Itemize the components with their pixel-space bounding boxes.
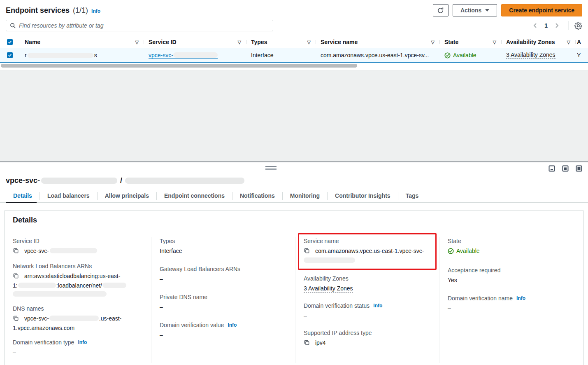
panel-size-small-icon[interactable]	[548, 165, 555, 172]
actions-button[interactable]: Actions	[453, 4, 497, 16]
search-icon	[10, 23, 16, 29]
column-label: Service ID	[149, 39, 177, 45]
details-column-1: Service ID vpce-svc- Network Load Balanc…	[5, 237, 151, 363]
filter-icon[interactable]: ▽	[235, 40, 241, 45]
field-domain-verification-value: Domain verification value Info –	[160, 321, 287, 339]
filter-icon[interactable]: ▽	[304, 40, 311, 45]
select-all-checkbox[interactable]	[7, 39, 13, 45]
filter-row: 1	[0, 16, 588, 31]
field-label-text: Gateway Load Balancers ARNs	[160, 265, 240, 273]
field-label-text: Network Load Balancers ARNs	[13, 262, 92, 270]
info-link[interactable]: Info	[373, 302, 382, 310]
info-link[interactable]: Info	[228, 321, 237, 329]
tab-tags[interactable]: Tags	[398, 190, 426, 203]
column-header-name[interactable]: Name ▽	[20, 39, 144, 45]
filter-icon[interactable]: ▽	[564, 40, 570, 45]
check-circle-icon	[444, 52, 451, 58]
info-link[interactable]: Info	[78, 339, 87, 346]
redacted-name	[125, 178, 244, 184]
table-header-row: Name ▽ Service ID ▽ Types ▽ Service name…	[0, 36, 588, 48]
service-id-text: vpce-svc-	[149, 52, 173, 58]
cell-service-name: com.amazonaws.vpce.us-east-1.vpce-sv...	[316, 52, 439, 58]
field-availability-zones: Availability Zones 3 Availability Zones	[304, 275, 431, 293]
state-text: Available	[453, 52, 476, 58]
column-header-types[interactable]: Types ▽	[246, 39, 316, 45]
preferences-button[interactable]	[574, 22, 582, 30]
pagination: 1	[530, 21, 582, 30]
column-header-acceptance[interactable]: A	[575, 39, 588, 45]
details-card: Details Service ID vpce-svc- Network Loa…	[4, 210, 584, 365]
redacted-value	[18, 283, 56, 288]
filter-icon[interactable]: ▽	[428, 40, 435, 45]
scrollbar-thumb[interactable]	[1, 64, 357, 68]
service-id-value: vpce-svc-	[24, 248, 49, 254]
toolbar: Endpoint services (1/1) Info Actions Cre…	[0, 0, 588, 16]
column-label: Service name	[321, 39, 358, 45]
redacted-value	[49, 316, 99, 321]
panel-tabs: Details Load balancers Allow principals …	[0, 190, 588, 203]
service-id-link[interactable]: vpce-svc-	[149, 52, 218, 59]
copy-icon[interactable]	[13, 248, 21, 255]
copy-icon[interactable]	[13, 274, 21, 280]
field-label-text: Service ID	[13, 237, 40, 245]
table-row[interactable]: rs vpce-svc- Interface com.amazonaws.vpc…	[0, 48, 588, 63]
availability-zones-popover-trigger[interactable]: 3 Availability Zones	[304, 285, 353, 292]
empty-value: –	[160, 303, 287, 311]
previous-page-button[interactable]	[530, 21, 541, 30]
info-link[interactable]: Info	[91, 8, 100, 14]
tab-contributor-insights[interactable]: Contributor Insights	[328, 190, 398, 203]
acceptance-text: Y	[577, 52, 581, 58]
details-column-4: State Available Acceptance required Yes	[439, 237, 583, 363]
column-header-availability-zones[interactable]: Availability Zones ▽	[501, 39, 575, 45]
copy-icon[interactable]	[304, 248, 311, 255]
details-split-panel: vpce-svc- / Details Load balancers Allow…	[0, 161, 588, 364]
panel-size-full-icon[interactable]	[576, 165, 582, 172]
cell-state: Available	[439, 52, 501, 58]
field-dns-names: DNS names vpce-svc-.us-east- 1.vpce.amaz…	[13, 305, 143, 332]
column-header-service-id[interactable]: Service ID ▽	[144, 39, 246, 45]
tab-notifications[interactable]: Notifications	[232, 190, 282, 203]
search-input[interactable]	[19, 22, 269, 29]
copy-icon[interactable]	[304, 340, 311, 347]
service-name-text: com.amazonaws.vpce.us-east-1.vpce-sv...	[321, 52, 429, 58]
horizontal-scrollbar	[0, 63, 588, 70]
field-label-text: Types	[160, 237, 175, 245]
create-button-label: Create endpoint service	[509, 7, 574, 14]
status-badge: Available	[448, 247, 480, 255]
filter-icon[interactable]: ▽	[490, 40, 496, 45]
tab-endpoint-connections[interactable]: Endpoint connections	[157, 190, 232, 203]
check-circle-icon	[448, 248, 454, 254]
name-text: s	[94, 52, 97, 58]
search-box	[6, 20, 273, 31]
availability-zones-popover-trigger[interactable]: 3 Availability Zones	[506, 51, 555, 59]
create-endpoint-service-button[interactable]: Create endpoint service	[501, 4, 582, 16]
info-link[interactable]: Info	[516, 295, 525, 302]
column-header-service-name[interactable]: Service name ▽	[316, 39, 439, 45]
actions-button-label: Actions	[460, 7, 481, 14]
cell-types: Interface	[246, 52, 316, 58]
tab-allow-principals[interactable]: Allow principals	[98, 190, 156, 203]
column-header-state[interactable]: State ▽	[439, 39, 501, 45]
field-label-text: Domain verification value	[160, 321, 224, 329]
name-text: r	[25, 52, 27, 58]
panel-size-medium-icon[interactable]	[562, 165, 569, 172]
tab-monitoring[interactable]: Monitoring	[283, 190, 327, 203]
column-label: State	[444, 39, 458, 45]
split-panel-resize-handle[interactable]	[265, 166, 277, 170]
chevron-down-icon	[485, 9, 489, 12]
page-number[interactable]: 1	[543, 22, 549, 29]
redacted-value	[13, 291, 107, 297]
row-checkbox[interactable]	[7, 52, 13, 58]
filter-icon[interactable]: ▽	[132, 40, 139, 45]
copy-icon[interactable]	[13, 316, 21, 323]
tab-load-balancers[interactable]: Load balancers	[40, 190, 97, 203]
field-label-text: Service name	[304, 237, 339, 245]
field-label-text: Private DNS name	[160, 293, 207, 301]
field-supported-ip-address-type: Supported IP address type ipv4	[304, 329, 431, 348]
next-page-button[interactable]	[551, 21, 562, 30]
tab-details[interactable]: Details	[6, 190, 40, 203]
cell-name: rs	[20, 52, 144, 58]
empty-value: –	[160, 331, 287, 339]
refresh-button[interactable]	[433, 4, 449, 16]
field-state: State Available	[448, 237, 575, 257]
